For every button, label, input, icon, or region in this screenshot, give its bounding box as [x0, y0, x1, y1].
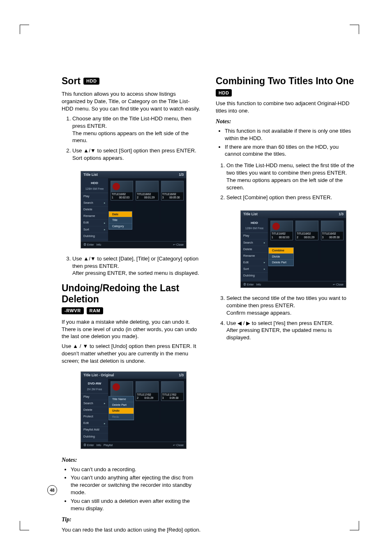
popup-item-title[interactable]: Title: [109, 217, 132, 223]
sort-steps: Choose any title on the Title List-HDD m…: [62, 115, 201, 162]
title-thumbnail[interactable]: TITLE 116/02 00:02:03: [111, 181, 133, 200]
menu-item-play[interactable]: Play: [241, 233, 268, 240]
step-text: Select [Combine] option then press ENTER…: [226, 194, 332, 200]
edit-submenu-popup: Title Name Delete Part Undo Redo: [108, 396, 134, 421]
note-item: You can't undo anything after ejecting t…: [71, 474, 201, 496]
chevron-right-icon: ▸: [104, 421, 106, 425]
menu-item-delete[interactable]: Delete: [81, 407, 108, 414]
combine-steps-cont: Select the second title of the two title…: [216, 295, 355, 341]
window-body: HDD 128H 6M Free Play Search▸ Delete Ren…: [81, 178, 186, 241]
window-footer: ⦿ Enter Info ↩ Close: [241, 281, 346, 288]
menu-item-dubbing[interactable]: Dubbing: [81, 433, 108, 440]
menu-item-delete[interactable]: Delete: [81, 207, 108, 213]
sort-heading: Sort HDD: [62, 76, 201, 86]
manual-page: Sort HDD This function allows you to acc…: [0, 0, 392, 555]
popup-item-title-name[interactable]: Title Name: [109, 396, 134, 402]
hdd-badge: HDD: [216, 89, 232, 97]
window-title: Title List: [243, 212, 258, 216]
step-text: The menu options appears on the left sid…: [72, 130, 189, 144]
step-text: Confirm message appears.: [226, 310, 291, 316]
note-item: You can still undo a deletion even after…: [71, 497, 201, 512]
menu-item-search[interactable]: Search▸: [241, 240, 268, 246]
popup-item-divide[interactable]: Divide: [269, 254, 293, 260]
crop-mark: [350, 521, 359, 530]
popup-item-combine[interactable]: Combine: [269, 248, 293, 253]
undo-p1: If you make a mistake while deleting, yo…: [62, 318, 201, 340]
title-thumbnail[interactable]: TITLE 216/02 00:01:29: [136, 181, 158, 200]
step-text: Use ◀ / ▶ to select [Yes] then press ENT…: [226, 320, 334, 326]
title-thumbnail[interactable]: TITLE 317/02 0:05:30: [161, 381, 184, 401]
step-text: On the Title List-HDD menu, select the f…: [226, 162, 354, 176]
step-text: Use ▲/▼ to select [Date], [Title] or [Ca…: [72, 256, 198, 269]
popup-item-delete-part[interactable]: Delete Part: [109, 402, 134, 408]
menu-item-edit[interactable]: Edit▸: [81, 420, 108, 427]
menu-item-search[interactable]: Search▸: [81, 400, 108, 407]
step-text: Sort options appears.: [72, 155, 124, 161]
chevron-right-icon: ▸: [104, 401, 106, 405]
popup-item-delete-part[interactable]: Delete Part: [269, 260, 293, 265]
free-space-label: 128H 6M Free: [241, 226, 268, 233]
title-thumbnail[interactable]: TITLE 116/02 00:02:03: [270, 221, 293, 240]
sort-steps-cont: Use ▲/▼ to select [Date], [Title] or [Ca…: [62, 255, 201, 277]
menu-item-playlist-add[interactable]: Playlist Add: [81, 427, 108, 433]
combine-step: Use ◀ / ▶ to select [Yes] then press ENT…: [226, 320, 355, 341]
undo-notes-list: You can't undo a recording. You can't un…: [62, 466, 201, 512]
sort-step: Use ▲/▼ to select [Date], [Title] or [Ca…: [72, 255, 201, 277]
page-indicator: 1/3: [179, 173, 184, 177]
menu-item-dubbing[interactable]: Dubbing: [81, 233, 108, 240]
combine-steps: On the Title List-HDD menu, select the f…: [216, 162, 355, 201]
popup-item-category[interactable]: Category: [109, 223, 132, 229]
menu-item-sort[interactable]: Sort▸: [241, 266, 268, 273]
step-text: Choose any title on the Title List-HDD m…: [72, 115, 191, 129]
rwvr-badge: -RWVR: [62, 307, 84, 314]
crop-mark: [20, 25, 29, 34]
sort-step: Choose any title on the Title List-HDD m…: [72, 115, 201, 144]
record-dot-icon: [113, 383, 120, 391]
menu-item-sort[interactable]: Sort▸: [81, 226, 108, 233]
left-sidebar: DVD-RW 2H 2M Free Play Search▸ Delete Pr…: [81, 379, 108, 442]
title-thumbnail[interactable]: TITLE 216/02 00:01:29: [295, 221, 318, 240]
combine-intro: Use this function to combine two adjacen…: [216, 100, 355, 115]
menu-item-protect[interactable]: Protect: [81, 414, 108, 420]
menu-item-delete[interactable]: Delete: [241, 246, 268, 253]
footer-hint: ⦿ Enter Info: [83, 243, 101, 246]
notes-heading: Notes:: [216, 118, 355, 126]
window-titlebar: Title List 1/3: [81, 171, 186, 178]
left-column: Sort HDD This function allows you to acc…: [62, 70, 201, 536]
menu-item-edit[interactable]: Edit▸: [241, 259, 268, 266]
undo-p2: Use ▲ / ▼ to select [Undo] option then p…: [62, 343, 201, 364]
free-space-label: 128H 6M Free: [81, 187, 108, 193]
combine-heading: Combining Two Titles Into One: [216, 76, 355, 86]
popup-item-undo[interactable]: Undo: [109, 408, 134, 414]
step-text: Use ▲/▼ to select [Sort] option then pre…: [72, 147, 196, 154]
sort-screenshot: Title List 1/3 HDD 128H 6M Free Play Sea…: [62, 167, 187, 253]
combine-notes-list: This function is not available if there …: [216, 127, 355, 158]
menu-item-search[interactable]: Search▸: [81, 200, 108, 207]
sort-submenu-popup: Date Title Category: [108, 211, 132, 230]
undo-screenshot: Title List - Original 1/3 DVD-RW 2H 2M F…: [62, 367, 187, 453]
window-titlebar: Title List 1/3: [241, 211, 346, 218]
title-thumbnail[interactable]: TITLE 316/02 00:05:30: [161, 181, 184, 200]
menu-item-play[interactable]: Play: [81, 394, 108, 400]
popup-item-date[interactable]: Date: [109, 212, 132, 217]
title-list-window: Title List 1/3 HDD 128H 6M Free Play Sea…: [81, 171, 187, 249]
menu-item-play[interactable]: Play: [81, 193, 108, 200]
free-space-label: 2H 2M Free: [81, 387, 108, 394]
title-thumbnail[interactable]: TITLE 217/02 0:01:29: [136, 381, 158, 401]
menu-item-rename[interactable]: Rename: [81, 213, 108, 220]
combine-step: On the Title List-HDD menu, select the f…: [226, 162, 355, 191]
window-title: Title List: [83, 173, 98, 177]
sort-intro: This function allows you to access show …: [62, 90, 201, 112]
combine-step: Select the second title of the two title…: [226, 295, 355, 316]
step-text: Select the second title of the two title…: [226, 295, 346, 309]
undo-title-text: Undoing/Redoing the Last Deletion: [62, 283, 201, 304]
undo-heading: Undoing/Redoing the Last Deletion -RWVR …: [62, 283, 201, 314]
notes-heading: Notes:: [62, 456, 201, 464]
title-thumbnail[interactable]: TITLE 316/02 00:05:30: [321, 221, 344, 240]
chevron-right-icon: ▸: [104, 228, 106, 231]
popup-item-redo[interactable]: Redo: [109, 414, 134, 420]
menu-item-dubbing[interactable]: Dubbing: [241, 273, 268, 279]
note-item: If there are more than 60 titles on the …: [225, 143, 355, 158]
menu-item-rename[interactable]: Rename: [241, 253, 268, 259]
menu-item-edit[interactable]: Edit▸: [81, 220, 108, 226]
